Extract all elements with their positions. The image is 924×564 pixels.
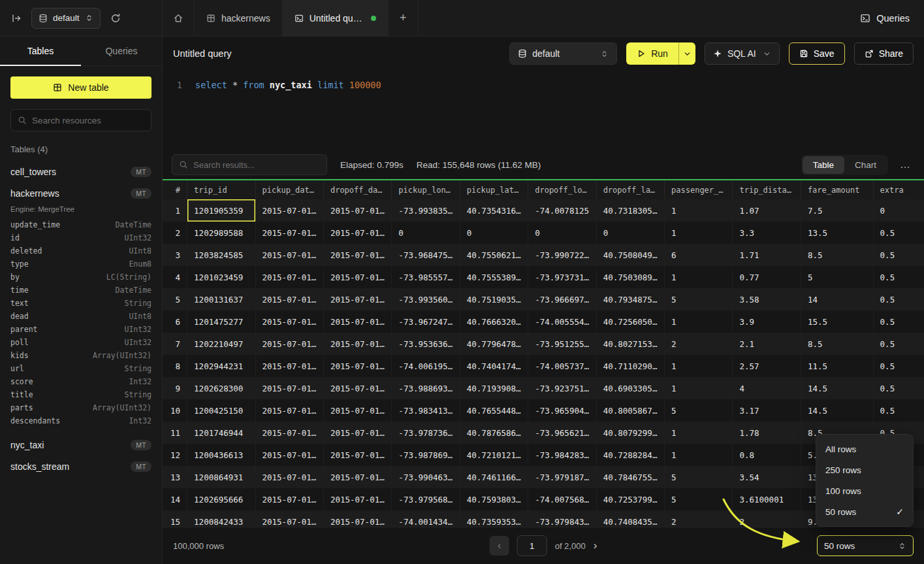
cell[interactable]: 2015-07-01… [323,244,391,266]
cell[interactable]: 40.7555389… [460,266,528,288]
cell[interactable]: 0 [873,199,924,222]
cell[interactable]: 1 [665,377,733,399]
cell[interactable]: 1201905359 [187,199,255,222]
cell[interactable]: -73.984283… [528,444,596,466]
save-button[interactable]: Save [789,42,845,65]
cell[interactable]: 2015-07-01… [255,488,323,510]
cell[interactable]: -74.005737… [528,355,596,377]
column-header[interactable]: extra [873,180,924,199]
schema-column[interactable]: pollUInt32 [0,336,162,349]
column-header[interactable]: passenger_… [665,180,733,199]
cell[interactable]: 1 [665,266,733,288]
cell[interactable]: 2015-07-01… [255,422,323,444]
cell[interactable]: -74.001434… [392,510,460,527]
schema-column[interactable]: scoreInt32 [0,375,162,388]
cell[interactable]: 40.7253799… [596,488,664,510]
cell[interactable]: 2015-07-01… [255,288,323,310]
cell[interactable]: 1.07 [733,199,801,222]
cell[interactable]: 1200425150 [187,399,255,422]
cell[interactable]: 40.7359353… [460,510,528,527]
column-header[interactable]: dropoff_la… [596,180,664,199]
cell[interactable]: 3.17 [733,399,801,422]
cell[interactable]: 4 [733,377,801,399]
cell[interactable]: 1 [665,199,733,222]
cell[interactable]: 40.7210121… [460,444,528,466]
share-button[interactable]: Share [854,42,914,65]
rows-menu-item[interactable]: 250 rows [816,459,913,480]
cell[interactable]: 3.54 [733,466,801,488]
cell[interactable]: 40.7519035… [460,288,528,310]
run-options-button[interactable] [678,42,695,65]
prev-page-button[interactable]: ‹ [490,536,509,556]
column-header[interactable]: dropoff_da… [323,180,391,199]
cell[interactable]: 40.7934875… [596,288,664,310]
cell[interactable]: 0.5 [873,266,924,288]
collapse-sidebar-button[interactable] [8,10,25,27]
cell[interactable]: 2015-07-01… [323,510,391,527]
cell[interactable]: 2015-07-01… [323,488,391,510]
cell[interactable]: 40.7288284… [596,444,664,466]
cell[interactable]: 8.5 [801,244,873,266]
cell[interactable]: 40.8027153… [596,333,664,355]
schema-column[interactable]: urlString [0,362,162,375]
cell[interactable]: 1203824585 [187,244,255,266]
cell[interactable]: -74.007568… [528,488,596,510]
cell[interactable]: 1200864931 [187,466,255,488]
next-page-button[interactable]: › [594,539,597,552]
cell[interactable]: 2015-07-01… [323,310,391,333]
schema-column[interactable]: titleString [0,388,162,401]
cell[interactable]: 40.7110290… [596,355,664,377]
cell[interactable]: 2015-07-01… [255,333,323,355]
cell[interactable]: 0.5 [873,288,924,310]
column-header[interactable]: trip_dista… [733,180,801,199]
cell[interactable]: 40.7655448… [460,399,528,422]
cell[interactable]: 2015-07-01… [255,399,323,422]
cell[interactable]: 0 [392,222,460,244]
cell[interactable]: 0.5 [873,377,924,399]
cell[interactable]: 2015-07-01… [255,244,323,266]
cell[interactable]: 14.5 [801,399,873,422]
cell[interactable]: -73.987869… [392,444,460,466]
cell[interactable]: 1202628300 [187,377,255,399]
cell[interactable]: 5 [665,466,733,488]
cell[interactable]: 0.5 [873,333,924,355]
column-header[interactable]: pickup_lat… [460,180,528,199]
cell[interactable]: 5 [665,399,733,422]
cell[interactable]: 2015-07-01… [323,444,391,466]
query-database-selector[interactable]: default [509,42,617,65]
cell[interactable]: 8.5 [801,333,873,355]
sidebar-tab-tables[interactable]: Tables [0,37,81,65]
queries-button[interactable]: Queries [860,13,910,24]
cell[interactable]: 0.5 [873,355,924,377]
schema-column[interactable]: deadUInt8 [0,310,162,323]
run-button[interactable]: Run [626,42,678,65]
cell[interactable]: 1202944231 [187,355,255,377]
cell[interactable]: 40.7550621… [460,244,528,266]
cell[interactable]: 2.1 [733,333,801,355]
cell[interactable]: 1201023459 [187,266,255,288]
cell[interactable]: 2 [665,510,733,527]
results-search[interactable] [172,154,327,175]
cell[interactable]: -73.968475… [392,244,460,266]
cell[interactable]: 2015-07-01… [255,222,323,244]
cell[interactable]: 6 [665,244,733,266]
cell[interactable]: 1200842433 [187,510,255,527]
cell[interactable]: -73.985557… [392,266,460,288]
resource-search-input[interactable] [32,116,144,125]
cell[interactable]: 40.7193908… [460,377,528,399]
cell[interactable]: 40.7593803… [460,488,528,510]
cell[interactable]: 1.78 [733,422,801,444]
cell[interactable]: -73.967247… [392,310,460,333]
cell[interactable]: -73.978736… [392,422,460,444]
cell[interactable]: 2015-07-01… [323,333,391,355]
schema-column[interactable]: parentUInt32 [0,323,162,336]
rows-menu-item[interactable]: All rows [816,439,913,459]
column-header[interactable]: dropoff_lo… [528,180,596,199]
cell[interactable]: 3.58 [733,288,801,310]
sidebar-table-nyc-taxi[interactable]: nyc_taxi MT [0,434,162,456]
cell[interactable]: 2015-07-01… [323,199,391,222]
cell[interactable]: 40.7876586… [460,422,528,444]
cell[interactable]: 2 [733,510,801,527]
sidebar-table-hackernews[interactable]: hackernews MT [0,182,162,204]
cell[interactable]: 2.57 [733,355,801,377]
